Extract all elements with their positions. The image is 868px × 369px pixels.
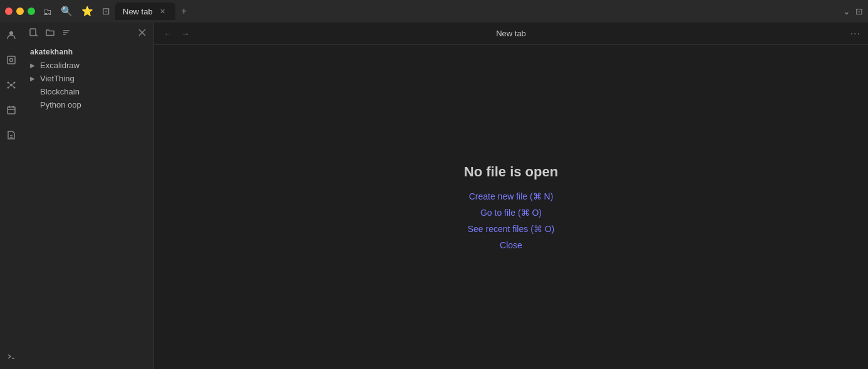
- maximize-button[interactable]: [28, 8, 35, 15]
- create-new-file-link[interactable]: Create new file (⌘ N): [469, 191, 554, 201]
- svg-point-0: [9, 31, 13, 35]
- sidebar-item-python-oop[interactable]: Python oop: [23, 98, 153, 111]
- sidebar-item-vietthing[interactable]: ▶ VietThing: [23, 72, 153, 85]
- tab-label: New tab: [123, 7, 153, 16]
- graph-icon[interactable]: [4, 78, 19, 93]
- new-tab[interactable]: New tab ✕: [115, 3, 175, 20]
- chevron-right-icon: ▶: [30, 75, 38, 82]
- svg-rect-19: [30, 29, 36, 36]
- sidebar-close-icon[interactable]: [136, 26, 148, 39]
- svg-point-2: [10, 59, 13, 62]
- sidebar-item-label: VietThing: [40, 74, 75, 83]
- search-icon[interactable]: 🔍: [61, 6, 73, 17]
- main-area: akatekhanh ▶ Excalidraw ▶ VietThing Bloc…: [0, 23, 868, 369]
- editor-header: ← → New tab ···: [154, 23, 868, 45]
- sort-icon[interactable]: [60, 26, 73, 39]
- chevron-down-icon[interactable]: ⌄: [843, 6, 850, 16]
- window-controls: [5, 8, 35, 15]
- new-file-icon[interactable]: [28, 26, 40, 39]
- svg-line-11: [8, 85, 11, 88]
- svg-line-9: [11, 83, 14, 85]
- close-link[interactable]: Close: [500, 240, 522, 250]
- nav-forward-icon[interactable]: →: [179, 28, 192, 40]
- svg-line-8: [8, 83, 11, 85]
- action-links: Create new file (⌘ N) Go to file (⌘ O) S…: [468, 191, 555, 250]
- editor-title: New tab: [496, 29, 526, 38]
- go-to-file-link[interactable]: Go to file (⌘ O): [480, 208, 542, 218]
- tab-close-icon[interactable]: ✕: [158, 6, 168, 16]
- new-tab-button[interactable]: +: [175, 3, 193, 20]
- sidebar-toolbar: [23, 23, 153, 43]
- bookmark-icon[interactable]: ⭐: [81, 6, 93, 17]
- svg-rect-12: [8, 107, 15, 114]
- see-recent-files-link[interactable]: See recent files (⌘ O): [468, 224, 555, 234]
- calendar-icon[interactable]: [4, 103, 19, 118]
- minimize-button[interactable]: [16, 8, 24, 15]
- titlebar-icons: 🗂 🔍 ⭐ ⊡: [43, 6, 110, 17]
- new-folder-icon[interactable]: [44, 26, 56, 39]
- document-icon[interactable]: [4, 128, 19, 143]
- activity-bar: [0, 23, 23, 369]
- sidebar: akatekhanh ▶ Excalidraw ▶ VietThing Bloc…: [23, 23, 154, 369]
- editor-body: No file is open Create new file (⌘ N) Go…: [154, 45, 868, 369]
- svg-line-20: [36, 34, 38, 36]
- chevron-right-icon: ▶: [30, 62, 38, 69]
- editor-area: ← → New tab ··· No file is open Create n…: [154, 23, 868, 369]
- more-options-icon[interactable]: ···: [850, 28, 860, 39]
- vault-icon[interactable]: [4, 53, 19, 68]
- close-button[interactable]: [5, 8, 13, 15]
- editor-nav: ← →: [162, 28, 192, 40]
- titlebar-right: ⌄ ⊡: [843, 6, 863, 16]
- no-file-title: No file is open: [464, 164, 558, 180]
- sidebar-content: akatekhanh ▶ Excalidraw ▶ VietThing Bloc…: [23, 43, 153, 369]
- terminal-icon[interactable]: [4, 349, 19, 364]
- titlebar: 🗂 🔍 ⭐ ⊡ New tab ✕ + ⌄ ⊡: [0, 0, 868, 23]
- sidebar-item-blockchain[interactable]: Blockchain: [23, 85, 153, 98]
- person-icon[interactable]: [4, 28, 19, 43]
- tabs-area: New tab ✕ +: [115, 3, 843, 20]
- panel-layout-icon[interactable]: ⊡: [855, 6, 863, 16]
- svg-rect-1: [8, 56, 15, 64]
- nav-back-icon[interactable]: ←: [162, 28, 174, 40]
- sidebar-item-label: Excalidraw: [40, 61, 80, 70]
- svg-line-10: [11, 85, 14, 88]
- layout-icon[interactable]: ⊡: [102, 6, 110, 17]
- folder-icon[interactable]: 🗂: [43, 6, 52, 17]
- sidebar-item-excalidraw[interactable]: ▶ Excalidraw: [23, 59, 153, 72]
- sidebar-username: akatekhanh: [23, 45, 153, 59]
